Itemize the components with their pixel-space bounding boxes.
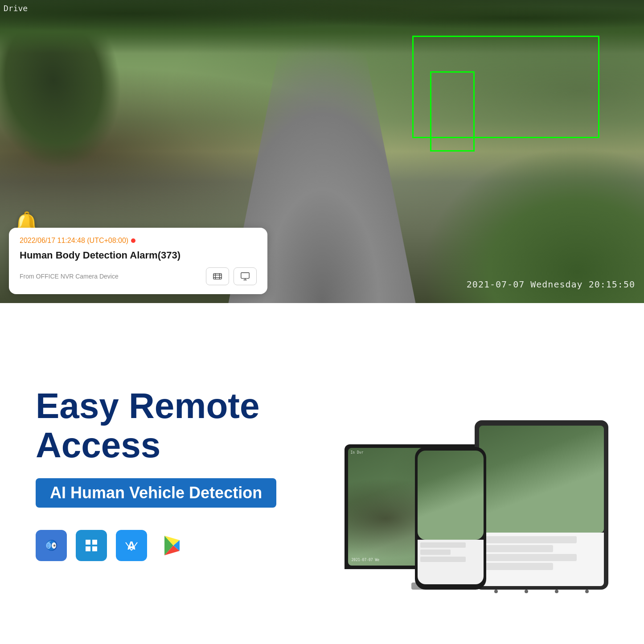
svg-rect-0 — [213, 274, 222, 279]
tablet-ui-row-1 — [483, 536, 577, 543]
phone-ui-row-3 — [420, 557, 466, 562]
tablet-nav-dot-1 — [494, 590, 498, 593]
finder-icon: 🔵 ^ v ◉ — [42, 537, 60, 554]
bottom-section: Easy Remote Access AI Human Vehicle Dete… — [0, 303, 644, 644]
tablet-ui — [479, 533, 604, 586]
tablet-frame — [475, 420, 608, 590]
svg-text:v: v — [47, 546, 49, 549]
notification-unread-dot — [131, 238, 135, 243]
notification-time-row: 2022/06/17 11:24:48 (UTC+08:00) — [20, 237, 257, 245]
snapshot-button[interactable] — [234, 267, 257, 285]
monitor-watermark: In Dvr — [351, 451, 364, 455]
phone-device — [415, 447, 486, 590]
phone-ui — [418, 540, 484, 584]
google-play-logo-icon — [160, 534, 183, 557]
left-content: Easy Remote Access AI Human Vehicle Dete… — [36, 386, 309, 561]
main-title: Easy Remote Access — [36, 386, 309, 465]
film-icon — [213, 271, 222, 281]
platform-icons: 🔵 ^ v ◉ — [36, 530, 309, 561]
notification-actions — [206, 267, 257, 285]
tablet-nav-dot-3 — [555, 590, 558, 593]
phone-ui-row-2 — [420, 550, 451, 555]
windows-icon[interactable] — [76, 530, 107, 561]
tablet-bottom-bar — [479, 586, 604, 597]
notification-card: 2022/06/17 11:24:48 (UTC+08:00) Human Bo… — [9, 228, 267, 294]
tablet-ui-row-3 — [483, 554, 577, 561]
tablet-nav-dot-4 — [585, 590, 589, 593]
google-play-icon[interactable] — [156, 530, 187, 561]
camera-section: Drive 2021-07-07 Wednesday 20:15:50 🔔 20… — [0, 0, 644, 303]
svg-text:◉: ◉ — [53, 544, 56, 547]
device-mockups: In Dvr 2021-07-07 We — [336, 331, 609, 616]
app-store-icon: A — [122, 536, 141, 555]
tablet-ui-row-2 — [483, 545, 553, 552]
mac-icon[interactable]: 🔵 ^ v ◉ — [36, 530, 67, 561]
monitor-timestamp: 2021-07-07 We — [352, 558, 380, 562]
camera-watermark: Drive — [4, 4, 28, 13]
notification-time-text: 2022/06/17 11:24:48 (UTC+08:00) — [20, 237, 128, 245]
tablet-screen — [479, 426, 604, 533]
phone-ui-row-1 — [420, 542, 466, 548]
tablet-ui-row-4 — [483, 563, 553, 570]
tablet-device — [475, 420, 608, 590]
windows-logo-icon — [82, 536, 101, 555]
person-detection-box — [430, 71, 475, 152]
appstore-icon[interactable]: A — [116, 530, 147, 561]
tablet-nav-dot-2 — [525, 590, 528, 593]
monitor-icon — [240, 271, 250, 281]
phone-frame — [415, 447, 486, 590]
svg-rect-18 — [86, 546, 90, 551]
video-button[interactable] — [206, 267, 229, 285]
phone-screen — [418, 451, 484, 540]
svg-rect-19 — [92, 546, 97, 551]
camera-timestamp: 2021-07-07 Wednesday 20:15:50 — [467, 279, 635, 290]
svg-rect-17 — [92, 540, 97, 545]
ai-badge: AI Human Vehicle Detection — [36, 478, 276, 508]
notification-footer: From OFFICE NVR Camera Device — [20, 267, 257, 285]
notification-title: Human Body Detection Alarm(373) — [20, 249, 257, 262]
notification-source: From OFFICE NVR Camera Device — [20, 273, 119, 280]
svg-rect-15 — [82, 536, 101, 555]
svg-rect-5 — [241, 273, 249, 279]
svg-rect-16 — [86, 540, 90, 545]
